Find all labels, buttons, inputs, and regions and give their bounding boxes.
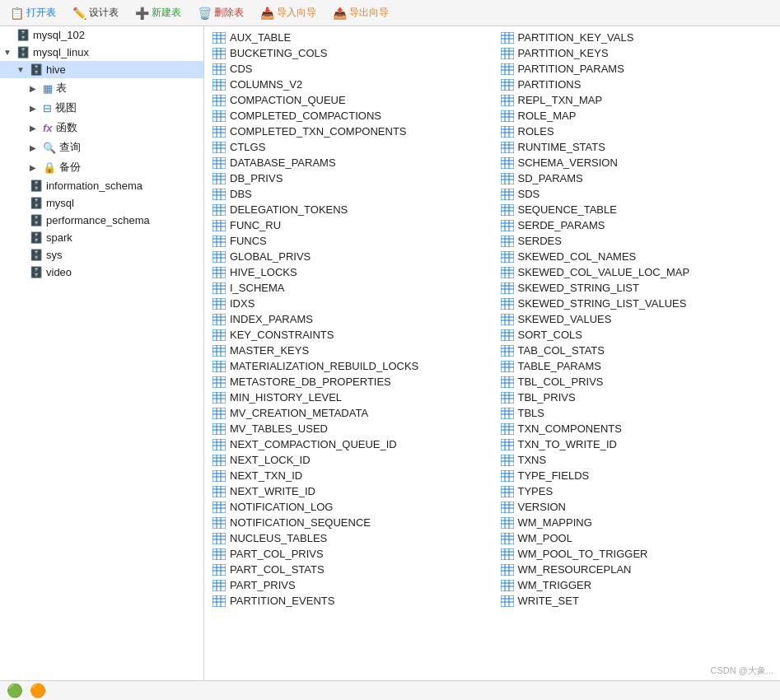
table-row[interactable]: MV_CREATION_METADATA bbox=[204, 405, 493, 421]
table-row[interactable]: PARTITION_PARAMS bbox=[493, 61, 781, 77]
svg-rect-190 bbox=[213, 329, 226, 341]
table-row[interactable]: TXN_TO_WRITE_ID bbox=[493, 436, 781, 452]
table-row[interactable]: HIVE_LOCKS bbox=[204, 264, 493, 280]
table-row[interactable]: NEXT_TXN_ID bbox=[204, 468, 493, 483]
table-row[interactable]: PARTITION_EVENTS bbox=[204, 593, 493, 609]
table-row[interactable]: PART_COL_STATS bbox=[204, 562, 493, 577]
table-row[interactable]: MV_TABLES_USED bbox=[204, 421, 493, 436]
table-row[interactable]: DELEGATION_TOKENS bbox=[204, 202, 493, 217]
table-row[interactable]: SKEWED_VALUES bbox=[493, 311, 781, 327]
table-row[interactable]: SERDE_PARAMS bbox=[493, 217, 781, 233]
table-row[interactable]: METASTORE_DB_PROPERTIES bbox=[204, 374, 493, 390]
table-row[interactable]: TXN_COMPONENTS bbox=[493, 421, 781, 436]
table-icon bbox=[501, 63, 514, 75]
table-row[interactable]: BUCKETING_COLS bbox=[204, 45, 493, 61]
table-name: TBLS bbox=[518, 407, 545, 419]
table-row[interactable]: WM_POOL_TO_TRIGGER bbox=[493, 546, 781, 562]
table-row[interactable]: TBL_PRIVS bbox=[493, 390, 781, 405]
table-row[interactable]: WM_TRIGGER bbox=[493, 577, 781, 593]
table-row[interactable]: SORT_COLS bbox=[493, 327, 781, 343]
table-row[interactable]: SCHEMA_VERSION bbox=[493, 155, 781, 170]
sidebar-item-spark[interactable]: 🗄️ spark bbox=[0, 229, 203, 246]
table-row[interactable]: COMPLETED_TXN_COMPONENTS bbox=[204, 124, 493, 139]
table-row[interactable]: ROLE_MAP bbox=[493, 108, 781, 124]
table-row[interactable]: DB_PRIVS bbox=[204, 170, 493, 186]
table-row[interactable]: GLOBAL_PRIVS bbox=[204, 249, 493, 264]
table-row[interactable]: PARTITION_KEY_VALS bbox=[493, 30, 781, 45]
table-row[interactable]: WRITE_SET bbox=[493, 593, 781, 609]
table-row[interactable]: TABLE_PARAMS bbox=[493, 358, 781, 374]
table-row[interactable]: SKEWED_STRING_LIST bbox=[493, 280, 781, 296]
table-row[interactable]: SKEWED_COL_VALUE_LOC_MAP bbox=[493, 264, 781, 280]
table-row[interactable]: PART_COL_PRIVS bbox=[204, 546, 493, 562]
sidebar-item-functions[interactable]: ▶ fx 函数 bbox=[0, 118, 203, 138]
table-row[interactable]: PARTITIONS bbox=[493, 77, 781, 92]
table-row[interactable]: INDEX_PARAMS bbox=[204, 311, 493, 327]
table-row[interactable]: SKEWED_STRING_LIST_VALUES bbox=[493, 296, 781, 311]
table-row[interactable]: TBL_COL_PRIVS bbox=[493, 374, 781, 390]
sidebar-item-views[interactable]: ▶ ⊟ 视图 bbox=[0, 98, 203, 118]
table-row[interactable]: TAB_COL_STATS bbox=[493, 343, 781, 358]
sidebar-item-mysql_102[interactable]: 🗄️ mysql_102 bbox=[0, 26, 203, 44]
table-row[interactable]: SDS bbox=[493, 186, 781, 202]
table-row[interactable]: MIN_HISTORY_LEVEL bbox=[204, 390, 493, 405]
table-row[interactable]: IDXS bbox=[204, 296, 493, 311]
table-row[interactable]: TXNS bbox=[493, 452, 781, 468]
table-row[interactable]: NOTIFICATION_SEQUENCE bbox=[204, 515, 493, 530]
table-row[interactable]: SEQUENCE_TABLE bbox=[493, 202, 781, 217]
table-row[interactable]: FUNC_RU bbox=[204, 217, 493, 233]
table-row[interactable]: I_SCHEMA bbox=[204, 280, 493, 296]
table-row[interactable]: FUNCS bbox=[204, 233, 493, 249]
new-table-button[interactable]: ➕新建表 bbox=[132, 4, 184, 21]
sidebar-item-mysql[interactable]: 🗄️ mysql bbox=[0, 194, 203, 212]
table-row[interactable]: SD_PARAMS bbox=[493, 170, 781, 186]
sidebar-item-queries[interactable]: ▶ 🔍 查询 bbox=[0, 138, 203, 157]
sidebar-item-hive[interactable]: ▼ 🗄️ hive bbox=[0, 61, 203, 78]
table-row[interactable]: COLUMNS_V2 bbox=[204, 77, 493, 92]
sidebar-item-performance_schema[interactable]: 🗄️ performance_schema bbox=[0, 212, 203, 229]
table-row[interactable]: MASTER_KEYS bbox=[204, 343, 493, 358]
table-row[interactable]: NEXT_LOCK_ID bbox=[204, 452, 493, 468]
export-wizard-button[interactable]: 📤导出向导 bbox=[329, 4, 392, 21]
sidebar-item-sys[interactable]: 🗄️ sys bbox=[0, 246, 203, 264]
table-row[interactable]: VERSION bbox=[493, 499, 781, 515]
table-row[interactable]: WM_MAPPING bbox=[493, 515, 781, 530]
sidebar-item-information_schema[interactable]: 🗄️ information_schema bbox=[0, 177, 203, 194]
table-row[interactable]: DATABASE_PARAMS bbox=[204, 155, 493, 170]
table-row[interactable]: CDS bbox=[204, 61, 493, 77]
table-row[interactable]: SKEWED_COL_NAMES bbox=[493, 249, 781, 264]
table-row[interactable]: TYPES bbox=[493, 483, 781, 499]
import-wizard-button[interactable]: 📥导入向导 bbox=[257, 4, 320, 21]
delete-table-button[interactable]: 🗑️删除表 bbox=[194, 4, 247, 21]
table-row[interactable]: TBLS bbox=[493, 405, 781, 421]
table-row[interactable]: NOTIFICATION_LOG bbox=[204, 499, 493, 515]
table-row[interactable]: NEXT_WRITE_ID bbox=[204, 483, 493, 499]
table-row[interactable]: DBS bbox=[204, 186, 493, 202]
table-row[interactable]: CTLGS bbox=[204, 139, 493, 155]
table-name: NEXT_LOCK_ID bbox=[230, 454, 311, 466]
table-icon bbox=[213, 361, 226, 372]
table-row[interactable]: KEY_CONSTRAINTS bbox=[204, 327, 493, 343]
sidebar-item-video[interactable]: 🗄️ video bbox=[0, 264, 203, 281]
table-row[interactable]: AUX_TABLE bbox=[204, 30, 493, 45]
table-row[interactable]: RUNTIME_STATS bbox=[493, 139, 781, 155]
table-row[interactable]: SERDES bbox=[493, 233, 781, 249]
table-row[interactable]: COMPLETED_COMPACTIONS bbox=[204, 108, 493, 124]
table-row[interactable]: MATERIALIZATION_REBUILD_LOCKS bbox=[204, 358, 493, 374]
table-row[interactable]: TYPE_FIELDS bbox=[493, 468, 781, 483]
table-row[interactable]: NEXT_COMPACTION_QUEUE_ID bbox=[204, 436, 493, 452]
sidebar-item-backups[interactable]: ▶ 🔒 备份 bbox=[0, 157, 203, 177]
table-row[interactable]: PARTITION_KEYS bbox=[493, 45, 781, 61]
table-row[interactable]: WM_RESOURCEPLAN bbox=[493, 562, 781, 577]
table-row[interactable]: NUCLEUS_TABLES bbox=[204, 530, 493, 546]
table-row[interactable]: PART_PRIVS bbox=[204, 577, 493, 593]
sidebar-item-mysql_linux[interactable]: ▼ 🗄️ mysql_linux bbox=[0, 44, 203, 61]
table-row[interactable]: WM_POOL bbox=[493, 530, 781, 546]
sidebar-item-tables[interactable]: ▶ ▦ 表 bbox=[0, 78, 203, 98]
table-row[interactable]: ROLES bbox=[493, 124, 781, 139]
design-table-button[interactable]: ✏️设计表 bbox=[69, 4, 122, 21]
open-table-button[interactable]: 📋打开表 bbox=[7, 4, 59, 21]
table-row[interactable]: COMPACTION_QUEUE bbox=[204, 92, 493, 108]
svg-rect-80 bbox=[213, 157, 226, 169]
table-row[interactable]: REPL_TXN_MAP bbox=[493, 92, 781, 108]
